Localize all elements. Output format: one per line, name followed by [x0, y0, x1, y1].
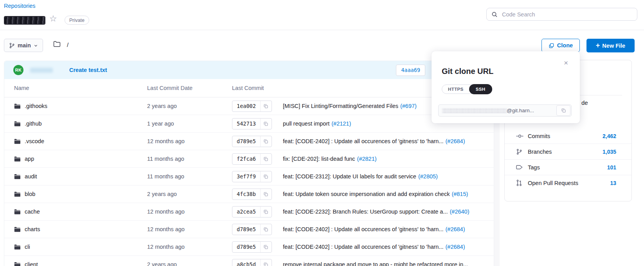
stat-value[interactable]: 13 [610, 180, 616, 186]
commit-message[interactable]: feat: [CODE-2312]: Update UI labels for … [283, 173, 416, 180]
commit-message[interactable]: feat: [CODE-2232]: Branch Rules: UserGro… [283, 208, 448, 215]
sha-chip[interactable]: d789e5 [232, 136, 272, 147]
sha-chip[interactable]: 1ea002 [232, 101, 272, 112]
toggle-ssh[interactable]: SSH [469, 84, 492, 94]
folder-name[interactable]: .vscode [25, 138, 44, 144]
branch-selector[interactable]: main [4, 39, 43, 52]
sha-value[interactable]: a8cb5d [232, 259, 260, 266]
column-header-name: Name [4, 85, 147, 91]
commit-date: 12 months ago [147, 244, 232, 250]
pr-link[interactable]: (#2821) [357, 156, 377, 162]
clone-button[interactable]: Clone [541, 39, 580, 52]
latest-commit-banner[interactable]: RK Create test.txt 4aaa69 [4, 61, 494, 79]
stat-tags[interactable]: Tags 101 [505, 160, 631, 175]
table-row[interactable]: charts 12 months ago d789e5 feat: [CODE-… [4, 221, 494, 238]
copy-icon[interactable] [260, 207, 272, 217]
breadcrumb-repositories[interactable]: Repositories [4, 3, 36, 9]
folder-name[interactable]: .githooks [25, 103, 47, 109]
stat-value[interactable]: 101 [607, 164, 616, 171]
code-search-box[interactable] [486, 8, 637, 21]
folder-name[interactable]: app [25, 156, 34, 162]
new-file-button[interactable]: + New File [586, 39, 635, 52]
pr-link[interactable]: (#2684) [446, 138, 465, 144]
sha-chip[interactable]: a2cea5 [232, 206, 272, 217]
folder-outline-icon[interactable] [53, 41, 61, 49]
folder-name[interactable]: blob [25, 191, 35, 197]
sha-value[interactable]: d789e5 [232, 136, 260, 147]
pr-link[interactable]: (#2121) [331, 120, 351, 127]
table-row[interactable]: audit 11 months ago 3ef7f9 feat: [CODE-2… [4, 168, 494, 185]
copy-icon[interactable] [260, 189, 272, 200]
copy-url-button[interactable] [556, 105, 570, 116]
copy-icon[interactable] [260, 119, 272, 129]
stat-branches[interactable]: Branches 1,035 [505, 144, 631, 160]
sha-value[interactable]: d789e5 [232, 242, 260, 252]
sha-value[interactable]: 542713 [232, 119, 260, 129]
commit-message[interactable]: pull request import [283, 120, 329, 127]
commit-message[interactable]: [MISC] Fix Linting/Formatting/Generated … [283, 103, 398, 109]
sha-value[interactable]: a2cea5 [232, 207, 260, 217]
commit-message[interactable]: feat: Update token source impersonation … [283, 191, 450, 197]
stat-value[interactable]: 2,462 [603, 133, 616, 139]
sha-chip[interactable]: d789e5 [232, 224, 272, 235]
star-icon[interactable]: ☆ [49, 14, 57, 23]
table-row[interactable]: client 2 years ago a8cb5d remove interna… [4, 256, 494, 266]
table-row[interactable]: cache 12 months ago a2cea5 feat: [CODE-2… [4, 203, 494, 221]
folder-name[interactable]: cli [25, 244, 30, 250]
sha-value[interactable]: d789e5 [232, 224, 260, 235]
private-badge-label: Private [69, 18, 85, 23]
pr-link[interactable]: (#2805) [418, 173, 438, 180]
clone-url-field[interactable]: ░░░░░░░░░░░░░░░░░░░░░░ @git.harn... [438, 104, 572, 117]
sha-value[interactable]: 1ea002 [232, 101, 260, 111]
pr-link[interactable]: (#2684) [446, 226, 465, 232]
search-input[interactable] [501, 11, 632, 18]
sha-chip[interactable]: a8cb5d [232, 259, 272, 266]
copy-icon[interactable] [260, 136, 272, 147]
stat-commits[interactable]: Commits 2,462 [505, 128, 631, 144]
table-row[interactable]: app 11 months ago f2fca6 fix: [CDE-202]:… [4, 150, 494, 168]
copy-icon[interactable] [260, 259, 272, 266]
pr-link[interactable]: (#815) [452, 191, 468, 197]
avatar[interactable]: RK [13, 65, 23, 75]
sha-value[interactable]: 4fc38b [232, 189, 260, 200]
sha-chip[interactable]: 3ef7f9 [232, 171, 272, 182]
pr-link[interactable]: (#697) [400, 103, 417, 109]
table-row[interactable]: cli 12 months ago d789e5 feat: [CODE-240… [4, 238, 494, 256]
sha-value[interactable]: 3ef7f9 [232, 171, 260, 182]
copy-icon[interactable] [260, 242, 272, 252]
pr-link[interactable]: (#2684) [446, 244, 465, 250]
close-icon[interactable]: × [564, 59, 568, 66]
table-row[interactable]: .github 1 year ago 542713 pull request i… [4, 115, 494, 133]
folder-name[interactable]: charts [25, 226, 40, 232]
commit-message[interactable]: feat: [CODE-2402] : Update all occurence… [283, 138, 444, 144]
copy-icon[interactable] [260, 154, 272, 164]
stat-value[interactable]: 1,035 [603, 149, 616, 155]
stat-open-pull-requests[interactable]: Open Pull Requests 13 [505, 175, 631, 191]
private-badge: Private [65, 16, 89, 25]
commit-message[interactable]: fix: [CDE-202]: list-dead func [283, 156, 355, 162]
sha-chip[interactable]: 542713 [232, 118, 272, 129]
folder-name[interactable]: .github [25, 120, 42, 127]
latest-commit-message-link[interactable]: Create test.txt [69, 67, 107, 73]
toggle-https[interactable]: HTTPS [442, 84, 470, 94]
commit-message[interactable]: feat: [CODE-2402] : Update all occurence… [283, 244, 444, 250]
commit-message[interactable]: remove internal package and move to app … [283, 261, 468, 266]
table-row[interactable]: .vscode 12 months ago d789e5 feat: [CODE… [4, 133, 494, 150]
latest-commit-sha-chip[interactable]: 4aaa69 [396, 65, 425, 76]
copy-icon[interactable] [260, 101, 272, 111]
sha-chip[interactable]: 4fc38b [232, 189, 272, 200]
copy-icon[interactable] [260, 224, 272, 235]
copy-icon[interactable] [260, 171, 272, 182]
sha-value[interactable]: f2fca6 [232, 154, 260, 164]
path-root[interactable]: / [67, 41, 68, 48]
folder-name[interactable]: client [25, 261, 38, 266]
branch-icon [516, 149, 523, 155]
sha-chip[interactable]: f2fca6 [232, 153, 272, 165]
folder-name[interactable]: cache [25, 208, 40, 215]
pr-link[interactable]: (#2640) [450, 208, 470, 215]
folder-name[interactable]: audit [25, 173, 37, 180]
commit-message[interactable]: feat: [CODE-2402] : Update all occurence… [283, 226, 444, 232]
sha-chip[interactable]: d789e5 [232, 241, 272, 253]
table-row[interactable]: blob 2 years ago 4fc38b feat: Update tok… [4, 185, 494, 203]
table-row[interactable]: .githooks 2 years ago 1ea002 [MISC] Fix … [4, 97, 494, 115]
